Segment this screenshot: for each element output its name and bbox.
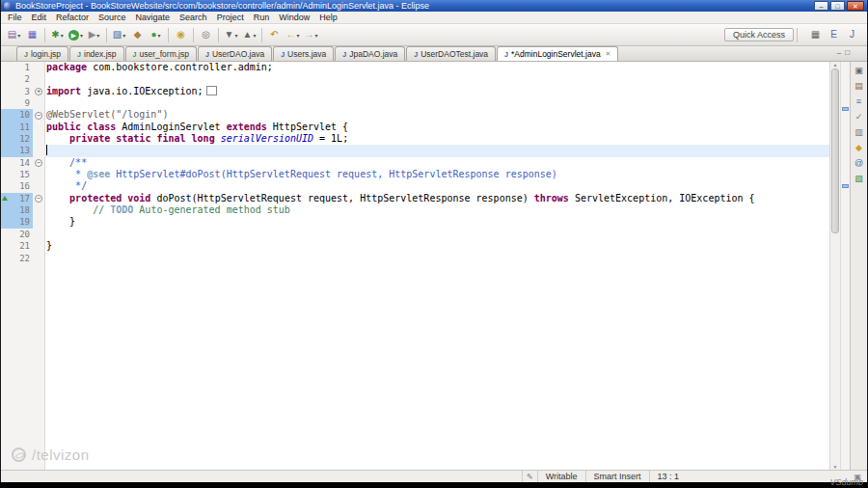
overview-mark[interactable] [842,184,849,188]
search-icon[interactable]: ◉ [172,27,190,43]
new-wizard-icon[interactable]: ▤▾ [5,27,23,43]
type-hierarchy-icon[interactable]: ≡ [853,95,866,107]
new-package-icon[interactable]: ◆ [128,27,147,43]
menu-item-help[interactable]: Help [314,12,342,23]
overview-ruler[interactable] [840,62,850,470]
line-number: 22 [9,253,33,264]
tab-login-jsp[interactable]: Jlogin.jsp [16,46,68,61]
back-icon[interactable]: ←▾ [284,27,302,43]
new-class-icon[interactable]: ●▾ [147,27,165,43]
line-marker-cell [1,133,9,145]
quick-access-button[interactable]: Quick Access [724,28,794,41]
line-marker-cell [1,109,9,121]
external-tools-icon[interactable]: ▶▾ [85,27,103,43]
mark-occurrences-icon[interactable]: ◎ [197,27,215,43]
overview-mark[interactable] [842,107,849,111]
menu-item-run[interactable]: Run [249,12,275,23]
fold-cell [33,204,44,216]
line-number: 20 [9,229,33,240]
package-explorer-icon[interactable]: ▤ [853,79,866,92]
previous-annotation-icon[interactable]: ▲▾ [240,27,258,43]
fold-cell[interactable]: + [33,86,44,97]
new-java-project-icon[interactable]: ▨▾ [110,27,128,43]
open-perspective-icon[interactable]: ▦ [806,27,825,43]
menu-item-navigate[interactable]: Navigate [131,12,176,23]
problems-view-icon[interactable]: ◆ [853,141,866,153]
tab-close-icon[interactable]: ✕ [606,50,611,58]
menu-item-file[interactable]: File [3,12,27,23]
debug-icon[interactable]: ✱▾ [48,27,67,43]
menu-item-source[interactable]: Source [94,12,131,23]
minimize-view-icon[interactable]: – [837,48,841,58]
fold-cell[interactable]: − [33,193,44,204]
status-insert-mode[interactable]: Smart Insert [585,471,649,482]
menu-item-search[interactable]: Search [175,12,212,23]
line-number: 2 [9,73,33,85]
save-icon[interactable]: ▦ [23,27,41,43]
java-perspective-icon[interactable]: J [843,27,861,43]
menu-item-project[interactable]: Project [212,12,249,23]
junit-view-icon[interactable]: ✓ [853,110,866,122]
fold-cell[interactable]: − [33,109,44,121]
fold-collapsed-icon[interactable]: + [35,88,42,95]
scroll-down-icon[interactable]: ▼ [830,464,840,470]
last-edit-location-icon[interactable]: ↶ [265,27,284,43]
code-token: long [192,133,215,144]
fold-expanded-icon[interactable]: − [35,195,42,203]
code-text[interactable]: private static final long serialVersionU… [44,133,829,145]
javadoc-view-icon[interactable]: @ [853,156,866,169]
task-list-icon[interactable]: ▥ [853,125,866,138]
code-text[interactable]: * @see HttpServlet#doPost(HttpServletReq… [44,169,829,180]
code-text[interactable]: */ [44,180,829,192]
java-ee-perspective-icon-glyph: E [830,30,837,40]
code-text[interactable] [44,145,829,156]
code-text[interactable]: } [44,240,829,252]
tab-index-jsp[interactable]: Jindex.jsp [69,46,123,61]
title-bar[interactable]: BookStoreProject - BookStoreWebsite/src/… [1,0,867,12]
maximize-button[interactable]: □ [830,1,845,11]
code-text[interactable]: @WebServlet("/login") [44,109,829,121]
code-text[interactable] [44,229,829,240]
declaration-view-icon[interactable]: ▧ [853,172,866,184]
fold-expanded-icon[interactable]: − [35,159,42,167]
code-text[interactable]: public class AdminLoginServlet extends H… [44,122,829,133]
code-text[interactable]: package com.bookstore.controller.admin; [44,62,829,73]
code-text[interactable]: // TODO Auto-generated method stub [44,204,829,216]
line-marker-cell [1,122,9,133]
fold-expanded-icon[interactable]: − [35,112,42,120]
code-text[interactable]: import java.io.IOException; [44,86,829,97]
code-token: } [46,240,52,251]
code-text[interactable]: /** [44,157,829,169]
code-token [46,169,75,179]
code-text[interactable] [44,73,829,85]
tab-jpadao-java[interactable]: JJpaDAO.java [335,46,405,61]
run-icon[interactable]: ▶▾ [67,27,85,43]
vertical-scrollbar[interactable]: ▲ ▼ [829,62,840,470]
menu-item-edit[interactable]: Edit [27,12,52,23]
code-text[interactable] [44,97,829,109]
line-marker-cell [1,204,9,216]
code-text[interactable]: } [44,216,829,228]
code-line-14: 14− /** [1,157,829,169]
next-annotation-icon[interactable]: ▼▾ [222,27,240,43]
scrollbar-thumb[interactable] [831,68,839,233]
tab-users-java[interactable]: JUsers.java [273,46,334,61]
line-number: 19 [9,216,33,228]
menu-item-refactor[interactable]: Refactor [51,12,94,23]
minimize-button[interactable]: – [814,1,828,11]
maximize-view-icon[interactable]: □ [845,48,850,58]
menu-item-window[interactable]: Window [274,12,314,23]
restore-pane-icon[interactable]: ▣ [853,64,866,76]
code-editor[interactable]: 1package com.bookstore.controller.admin;… [1,62,829,470]
code-text[interactable]: protected void doPost(HttpServletRequest… [44,193,829,204]
forward-icon[interactable]: →▾ [302,27,320,43]
java-ee-perspective-icon[interactable]: E [825,27,843,43]
fold-cell[interactable]: − [33,157,44,169]
tab-userdaotest-java[interactable]: JUserDAOTest.java [406,46,496,61]
tab-adminloginservlet-java[interactable]: J*AdminLoginServlet.java✕ [497,46,618,61]
code-text[interactable] [44,253,829,264]
scroll-up-icon[interactable]: ▲ [830,62,840,68]
tab-user-form-jsp[interactable]: Juser_form.jsp [125,46,197,61]
close-button[interactable]: ✕ [847,1,864,11]
tab-userdao-java[interactable]: JUserDAO.java [198,46,272,61]
